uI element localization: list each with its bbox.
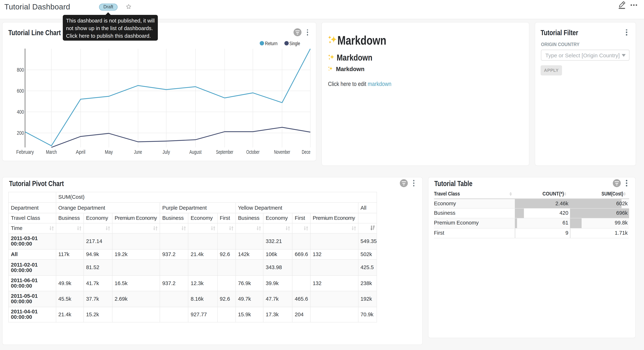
- svg-text:400: 400: [17, 109, 24, 115]
- svg-text:Return: Return: [265, 40, 278, 46]
- svg-text:600: 600: [17, 88, 24, 94]
- svg-text:200: 200: [17, 130, 24, 136]
- svg-text:March: March: [46, 149, 57, 155]
- svg-text:December: December: [302, 149, 310, 155]
- svg-text:June: June: [134, 149, 142, 155]
- svg-text:February: February: [16, 149, 34, 155]
- svg-text:August: August: [190, 149, 202, 155]
- svg-text:October: October: [246, 149, 260, 155]
- svg-text:Single: Single: [290, 40, 300, 46]
- svg-text:April: April: [76, 149, 86, 155]
- svg-text:May: May: [105, 149, 113, 155]
- svg-text:800: 800: [17, 67, 24, 73]
- svg-text:September: September: [216, 149, 233, 155]
- svg-text:July: July: [162, 149, 170, 155]
- svg-text:November: November: [274, 149, 290, 155]
